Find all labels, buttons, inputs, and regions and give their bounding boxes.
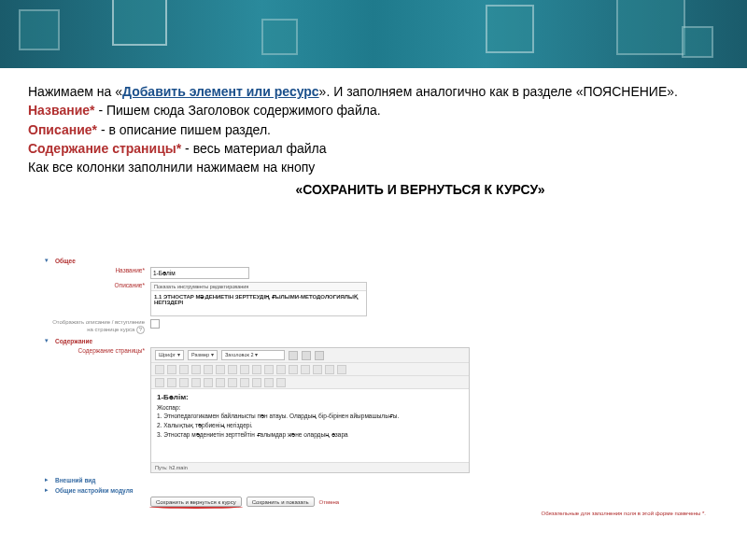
text-fragment: - весь материал файла: [181, 141, 326, 156]
tb-icon[interactable]: [204, 365, 213, 374]
tb-icon[interactable]: [167, 378, 176, 387]
tb-icon[interactable]: [155, 365, 164, 374]
show-desc-label: Отображать описание / вступление на стра…: [45, 319, 150, 334]
tb-icon[interactable]: [216, 378, 225, 387]
tb-icon[interactable]: [167, 365, 176, 374]
font-select[interactable]: Шрифт ▾: [155, 350, 184, 360]
collapse-icon: ▾: [45, 257, 52, 264]
help-icon[interactable]: ?: [136, 326, 145, 334]
content-editor[interactable]: Шрифт ▾ Размер ▾ Заголовок 2 ▾ 1-Бөлім: …: [150, 347, 470, 473]
size-select[interactable]: Размер ▾: [188, 350, 218, 360]
tb-icon[interactable]: [337, 365, 346, 374]
form-screenshot: ▾ Общее Название* Описание* Показать инс…: [45, 254, 706, 516]
tb-icon[interactable]: [252, 365, 261, 374]
add-resource-link: Добавить элемент или ресурс: [122, 84, 319, 99]
editor-line: 2. Халықтық тәрбиенің негіздері.: [157, 422, 463, 429]
required-footnote: Обязательные для заполнения поля в этой …: [45, 511, 706, 516]
tb-icon[interactable]: [179, 378, 189, 387]
expand-icon: ▸: [45, 486, 52, 494]
name-field-label: Название*: [28, 103, 95, 118]
desc-editor[interactable]: Показать инструменты редактирования 1.1 …: [150, 282, 367, 316]
text-fragment: - Пишем сюда Заголовок содержимого файла…: [95, 103, 381, 118]
tb-icon[interactable]: [313, 365, 322, 374]
tb-icon[interactable]: [191, 378, 201, 387]
show-desc-checkbox[interactable]: [150, 319, 160, 329]
section-module-header[interactable]: ▸ Общие настройки модуля: [45, 486, 706, 494]
desc-label: Описание*: [45, 282, 150, 288]
header-graphic: [0, 0, 747, 68]
tb-icon[interactable]: [325, 365, 334, 374]
editor-line: Жоспар:: [157, 404, 463, 411]
section-content-header[interactable]: ▾ Содержание: [45, 337, 706, 344]
editor-line: 3. Этностар мәдениетін зерттейтін ғалымд…: [157, 431, 463, 439]
highlight-underline: [149, 505, 243, 509]
collapse-icon: ▾: [45, 337, 52, 344]
section-title: Содержание: [55, 338, 92, 344]
text-fragment: ». И заполняем аналогично как в разделе …: [319, 84, 678, 99]
editor-toolbar-1[interactable]: Шрифт ▾ Размер ▾ Заголовок 2 ▾: [151, 348, 469, 363]
section-title: Общее: [55, 258, 76, 264]
section-general-header[interactable]: ▾ Общее: [45, 257, 706, 264]
save-show-button[interactable]: Сохранить и показать: [247, 497, 315, 507]
tb-icon[interactable]: [276, 378, 286, 387]
editor-body[interactable]: 1-Бөлім: Жоспар: 1. Этнопедагогикамен ба…: [151, 389, 469, 462]
save-return-button[interactable]: Сохранить и вернуться к курсу: [150, 497, 242, 507]
tb-icon[interactable]: [302, 351, 311, 360]
section-appearance-header[interactable]: ▸ Внешний вид: [45, 476, 706, 483]
section-title: Общие настройки модуля: [55, 487, 134, 494]
tb-icon[interactable]: [289, 351, 298, 360]
tb-icon[interactable]: [216, 365, 225, 374]
text-fragment: - в описание пишем раздел.: [97, 122, 271, 137]
tb-icon[interactable]: [252, 378, 261, 387]
name-input[interactable]: [150, 267, 249, 279]
desc-field-label: Описание*: [28, 122, 97, 137]
content-field-label: Содержание страницы*: [28, 141, 181, 156]
content-label: Содержание страницы*: [45, 347, 150, 354]
tb-icon[interactable]: [240, 378, 249, 387]
desc-toolbar-toggle[interactable]: Показать инструменты редактирования: [151, 283, 366, 291]
editor-heading: 1-Бөлім:: [157, 393, 463, 401]
text-fragment: Нажимаем на «: [28, 84, 122, 99]
save-button-callout: «СОХРАНИТЬ И ВЕРНУТЬСЯ К КУРСУ»: [121, 180, 719, 199]
tb-icon[interactable]: [264, 378, 274, 387]
tb-icon[interactable]: [315, 351, 324, 360]
tb-icon[interactable]: [155, 378, 164, 387]
cancel-link[interactable]: Отмена: [319, 499, 340, 505]
editor-path: Путь: h2.main: [151, 462, 469, 472]
tb-icon[interactable]: [276, 365, 286, 374]
editor-toolbar-2[interactable]: [151, 363, 469, 376]
name-label: Название*: [45, 267, 150, 273]
tb-icon[interactable]: [179, 365, 189, 374]
tb-icon[interactable]: [289, 365, 298, 374]
heading-select[interactable]: Заголовок 2 ▾: [221, 350, 285, 360]
tb-icon[interactable]: [228, 378, 237, 387]
editor-toolbar-3[interactable]: [151, 376, 469, 389]
desc-content[interactable]: 1.1 ЭТНОСТАР МӘДЕНИЕТІН ЗЕРТТЕУДІҢ ҒЫЛЫМ…: [151, 291, 366, 315]
tb-icon[interactable]: [191, 365, 201, 374]
instruction-text: Нажимаем на «Добавить элемент или ресурс…: [28, 82, 719, 200]
tb-icon[interactable]: [204, 378, 213, 387]
editor-line: 1. Этнопедагогикамен байланысты пән атау…: [157, 413, 463, 420]
tb-icon[interactable]: [228, 365, 237, 374]
expand-icon: ▸: [45, 476, 52, 483]
text-line: Как все колонки заполнили нажимаем на кн…: [28, 158, 719, 176]
tb-icon[interactable]: [301, 365, 310, 374]
tb-icon[interactable]: [264, 365, 274, 374]
section-title: Внешний вид: [55, 477, 96, 483]
tb-icon[interactable]: [240, 365, 249, 374]
